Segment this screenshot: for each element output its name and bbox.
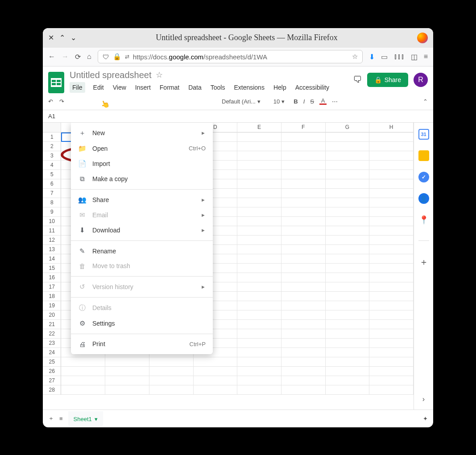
cell[interactable] xyxy=(326,132,370,142)
cell[interactable] xyxy=(281,357,326,367)
cell[interactable] xyxy=(326,207,370,217)
row-header[interactable]: 27 xyxy=(43,376,61,385)
star-icon[interactable]: ☆ xyxy=(156,70,163,80)
cell[interactable] xyxy=(326,161,370,170)
cell[interactable] xyxy=(61,357,105,367)
row-header[interactable]: 11 xyxy=(43,226,61,236)
cell[interactable] xyxy=(281,310,326,320)
cell[interactable] xyxy=(281,273,326,282)
strikethrough-button[interactable]: S xyxy=(310,98,314,105)
back-icon[interactable]: ← xyxy=(48,53,55,61)
undo-icon[interactable]: ↶ xyxy=(48,98,53,105)
row-header[interactable]: 18 xyxy=(43,292,61,301)
account-icon[interactable]: ▭ xyxy=(381,53,388,61)
font-select[interactable]: Default (Ari... ▾ xyxy=(218,96,265,107)
column-header[interactable]: G xyxy=(326,123,370,132)
cell[interactable] xyxy=(194,367,238,376)
cell[interactable] xyxy=(326,189,370,198)
column-header[interactable]: E xyxy=(237,123,281,132)
cell[interactable] xyxy=(369,282,414,292)
cell[interactable] xyxy=(326,142,370,151)
menu-item-print[interactable]: 🖨PrintCtrl+P xyxy=(71,337,213,352)
avatar[interactable]: R xyxy=(414,73,428,87)
cell[interactable] xyxy=(237,189,281,198)
cell[interactable] xyxy=(194,357,238,367)
forward-icon[interactable]: → xyxy=(62,53,69,61)
cell[interactable] xyxy=(281,198,326,207)
menu-item-settings[interactable]: ⚙Settings xyxy=(71,316,213,331)
cell[interactable] xyxy=(281,217,326,226)
cell[interactable] xyxy=(61,385,105,395)
column-header[interactable]: H xyxy=(369,123,414,132)
cell[interactable] xyxy=(326,151,370,161)
cell[interactable] xyxy=(369,151,414,161)
cell[interactable] xyxy=(237,198,281,207)
side-app-icon[interactable]: ✓ xyxy=(418,172,429,182)
cell[interactable] xyxy=(369,339,414,348)
menu-extensions[interactable]: Extensions xyxy=(233,82,265,93)
cell[interactable] xyxy=(237,151,281,161)
download-icon[interactable]: ⬇ xyxy=(369,53,375,61)
doc-title[interactable]: Untitled spreadsheet xyxy=(70,70,151,80)
all-sheets-icon[interactable]: ≡ xyxy=(59,415,63,422)
cell[interactable] xyxy=(326,170,370,179)
cell[interactable] xyxy=(369,292,414,301)
cell[interactable] xyxy=(326,367,370,376)
cell[interactable] xyxy=(237,254,281,264)
row-header[interactable]: 22 xyxy=(43,329,61,339)
cell[interactable] xyxy=(281,301,326,310)
row-header[interactable]: 14 xyxy=(43,254,61,264)
menu-icon[interactable]: ≡ xyxy=(424,53,428,61)
side-app-icon[interactable]: 📍 xyxy=(418,215,429,225)
cell[interactable] xyxy=(237,264,281,273)
bookmark-star-icon[interactable]: ☆ xyxy=(352,53,358,61)
cell[interactable] xyxy=(105,376,149,385)
menu-tools[interactable]: Tools xyxy=(210,82,226,93)
cell[interactable] xyxy=(326,226,370,236)
reload-icon[interactable]: ⟳ xyxy=(75,53,81,61)
cell[interactable] xyxy=(61,376,105,385)
row-header[interactable]: 10 xyxy=(43,217,61,226)
cell[interactable] xyxy=(326,339,370,348)
cell[interactable] xyxy=(281,170,326,179)
row-header[interactable]: 12 xyxy=(43,236,61,245)
cell[interactable] xyxy=(61,367,105,376)
cell[interactable] xyxy=(281,376,326,385)
cell[interactable] xyxy=(369,198,414,207)
cell[interactable] xyxy=(326,245,370,254)
cell[interactable] xyxy=(237,292,281,301)
sheet-tab[interactable]: Sheet1 ▾ xyxy=(68,411,103,426)
cell[interactable] xyxy=(281,245,326,254)
cell[interactable] xyxy=(369,226,414,236)
cell[interactable] xyxy=(237,207,281,217)
cell[interactable] xyxy=(149,385,194,395)
cell[interactable] xyxy=(237,367,281,376)
menu-data[interactable]: Data xyxy=(187,82,203,93)
cell[interactable] xyxy=(369,264,414,273)
cell[interactable] xyxy=(326,310,370,320)
cell[interactable] xyxy=(281,329,326,339)
row-header[interactable]: 2 xyxy=(43,142,61,151)
cell[interactable] xyxy=(369,217,414,226)
cell[interactable] xyxy=(369,357,414,367)
add-sheet-icon[interactable]: ＋ xyxy=(48,414,54,422)
cell[interactable] xyxy=(326,254,370,264)
cell[interactable] xyxy=(369,385,414,395)
cell[interactable] xyxy=(149,357,194,367)
cell[interactable] xyxy=(326,357,370,367)
cell[interactable] xyxy=(237,170,281,179)
menu-item-make-a-copy[interactable]: ⧉Make a copy xyxy=(71,171,213,186)
menu-insert[interactable]: Insert xyxy=(134,82,152,93)
more-icon[interactable]: ⋯ xyxy=(332,98,338,105)
cell[interactable] xyxy=(237,273,281,282)
menu-format[interactable]: Format xyxy=(159,82,180,93)
cell[interactable] xyxy=(281,367,326,376)
cell[interactable] xyxy=(326,236,370,245)
row-header[interactable]: 16 xyxy=(43,273,61,282)
row-header[interactable]: 13 xyxy=(43,245,61,254)
row-header[interactable]: 4 xyxy=(43,161,61,170)
row-header[interactable]: 1 xyxy=(43,132,61,142)
cell[interactable] xyxy=(237,179,281,189)
cell[interactable] xyxy=(369,207,414,217)
menu-item-share[interactable]: 👥Share► xyxy=(71,192,213,207)
